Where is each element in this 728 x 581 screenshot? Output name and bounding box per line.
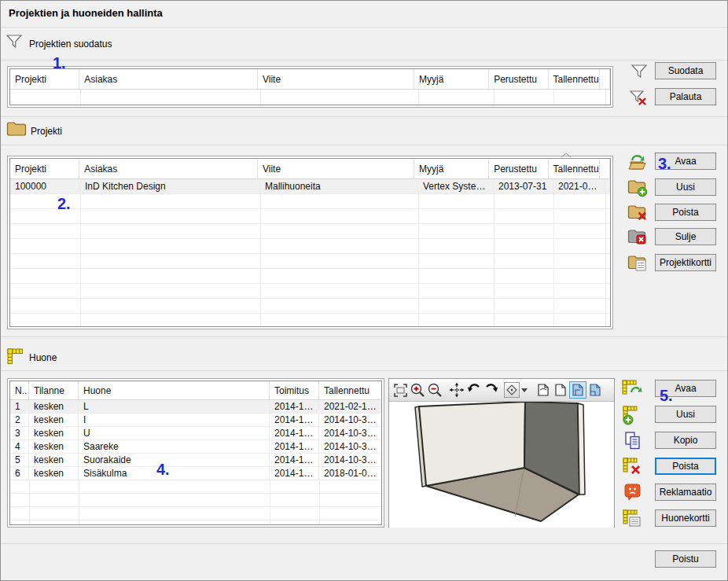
view-page-1-icon[interactable] (535, 381, 552, 399)
column-header[interactable]: Viite (258, 159, 414, 178)
column-header[interactable]: Projekti (10, 159, 79, 178)
project-table-header: Projekti Asiakas Viite Myyjä Perustettu … (10, 159, 610, 179)
folder-icon (6, 120, 27, 140)
filter-table: Projekti Asiakas Viite Myyjä Perustettu … (7, 66, 613, 108)
annotation-2: 2. (57, 196, 71, 211)
cell-nro: 2 (10, 414, 29, 427)
poista-project-button[interactable]: Poista (655, 204, 716, 221)
table-row-room-2[interactable]: 2 kesken I 2014-10-31 2014-10-30 ... (10, 414, 381, 427)
table-row-room-6[interactable]: 6 kesken Sisäkulma 2014-10-31 2018-01-09… (10, 467, 381, 480)
filter-table-header: Projekti Asiakas Viite Myyjä Perustettu … (10, 69, 610, 90)
table-row-room-5[interactable]: 5 kesken Suorakaide 2014-10-31 2014-10-3… (10, 454, 381, 467)
cell-tilanne: kesken (29, 400, 79, 414)
huonekortti-button[interactable]: Huonekortti (655, 509, 716, 527)
table-row-room-3[interactable]: 3 kesken U 2014-10-31 2014-10-30 ... (10, 427, 381, 440)
ruler-card-icon[interactable] (622, 509, 642, 531)
view-page-3-icon[interactable] (569, 381, 586, 399)
cell-nro: 4 (10, 440, 29, 454)
ruler-add-icon[interactable] (622, 405, 642, 428)
cell-nro: 5 (10, 454, 29, 467)
annotation-5: 5. (660, 388, 673, 403)
center-view-icon[interactable] (504, 382, 520, 398)
cell-tilanne: kesken (29, 427, 79, 440)
room-3d-view[interactable] (389, 402, 614, 530)
folder-add-icon[interactable] (627, 178, 648, 200)
cell-huone: U (79, 427, 270, 440)
room-table-empty-area[interactable] (10, 480, 381, 524)
kopio-button[interactable]: Kopio (655, 432, 716, 449)
table-row-room-1[interactable]: 1 kesken L 2014-10-31 2021-02-15 ... (10, 400, 381, 414)
column-header[interactable]: Asiakas (79, 159, 258, 178)
room-table: N.. Tilanne Huone Toimitus Tallennettu 1… (7, 378, 384, 528)
cell-huone: L (79, 400, 270, 414)
project-table-empty-area[interactable] (10, 194, 610, 326)
column-header[interactable]: Myyjä (414, 159, 489, 178)
rotate-left-icon[interactable] (465, 381, 483, 399)
page-title: Projektien ja huoneiden hallinta (9, 7, 163, 19)
table-row-room-4[interactable]: 4 kesken Saareke 2014-10-31 2014-10-30 .… (10, 440, 381, 454)
rotate-right-icon[interactable] (483, 381, 500, 399)
sort-indicator-icon[interactable] (560, 149, 572, 160)
column-header[interactable]: Projekti (10, 69, 79, 89)
sulje-project-button[interactable]: Sulje (655, 228, 716, 245)
poistu-button[interactable]: Poistu (655, 550, 716, 568)
room-preview-panel (388, 378, 615, 528)
column-header[interactable]: Toimitus (270, 381, 319, 399)
divider (1, 370, 728, 371)
column-header[interactable]: Perustettu (489, 159, 548, 178)
column-header[interactable]: Tallennettu (549, 69, 600, 89)
window-projektien-ja-huoneiden-hallinta: Projektien ja huoneiden hallinta Projekt… (0, 0, 728, 581)
dropdown-caret-icon[interactable] (520, 381, 528, 399)
complaint-bubble-icon[interactable] (623, 483, 642, 504)
funnel-icon[interactable] (631, 63, 648, 83)
palauta-button[interactable]: Palauta (655, 88, 716, 105)
cell-perustettu: 2013-07-31 (494, 179, 553, 194)
project-section-title: Projekti (31, 126, 62, 137)
cell-spacer (605, 179, 610, 194)
ruler-open-arrow-icon[interactable] (622, 379, 643, 400)
funnel-icon (6, 33, 23, 53)
suodata-button[interactable]: Suodata (655, 62, 716, 79)
column-header[interactable]: Myyjä (414, 69, 489, 89)
cell-tallennettu: 2018-01-09 ... (319, 467, 381, 480)
zoom-in-icon[interactable] (409, 381, 426, 399)
uusi-project-button[interactable]: Uusi (655, 178, 716, 196)
cell-tallennettu: 2021-02-16 (553, 179, 605, 194)
zoom-out-icon[interactable] (426, 381, 443, 399)
view-page-2-icon[interactable] (552, 381, 569, 399)
projektikortti-button[interactable]: Projektikortti (655, 254, 716, 271)
column-header[interactable]: Asiakas (79, 69, 258, 89)
ruler-icon (7, 348, 24, 367)
uusi-room-button[interactable]: Uusi (655, 406, 716, 423)
cell-toimitus: 2014-10-31 (270, 440, 319, 454)
fit-view-icon[interactable] (392, 381, 409, 399)
filter-section-title: Projektien suodatus (29, 39, 112, 50)
copy-icon[interactable] (623, 431, 642, 454)
table-row-project-100000[interactable]: 100000 InD Kitchen Design Mallihuoneita … (10, 179, 610, 194)
divider (1, 27, 728, 28)
annotation-3: 3. (658, 156, 671, 171)
view-page-4-icon[interactable] (586, 381, 604, 399)
cell-nro: 6 (10, 467, 29, 480)
cell-huone: Suorakaide (79, 454, 270, 467)
folder-close-icon[interactable] (627, 228, 648, 249)
ruler-delete-icon[interactable] (622, 457, 642, 480)
column-header[interactable]: Tallennettu (319, 381, 381, 399)
room-section-title: Huone (29, 352, 57, 363)
filter-table-empty-area[interactable] (10, 90, 610, 105)
column-header[interactable]: N.. (10, 381, 29, 399)
pan-icon[interactable] (448, 381, 465, 399)
column-header-spacer (600, 69, 610, 89)
reklamaatio-button[interactable]: Reklamaatio (655, 484, 716, 501)
folder-delete-icon[interactable] (627, 204, 648, 225)
column-header[interactable]: Huone (79, 381, 270, 399)
column-header[interactable]: Viite (258, 69, 414, 89)
column-header[interactable]: Perustettu (489, 69, 548, 89)
column-header[interactable]: Tilanne (29, 381, 79, 399)
folder-open-arrow-icon[interactable] (627, 152, 648, 175)
cell-toimitus: 2014-10-31 (270, 427, 319, 440)
poista-room-button[interactable]: Poista (655, 458, 716, 475)
column-header[interactable]: Tallennettu (549, 159, 600, 178)
funnel-clear-icon[interactable] (629, 88, 648, 109)
folder-card-icon[interactable] (627, 254, 648, 275)
